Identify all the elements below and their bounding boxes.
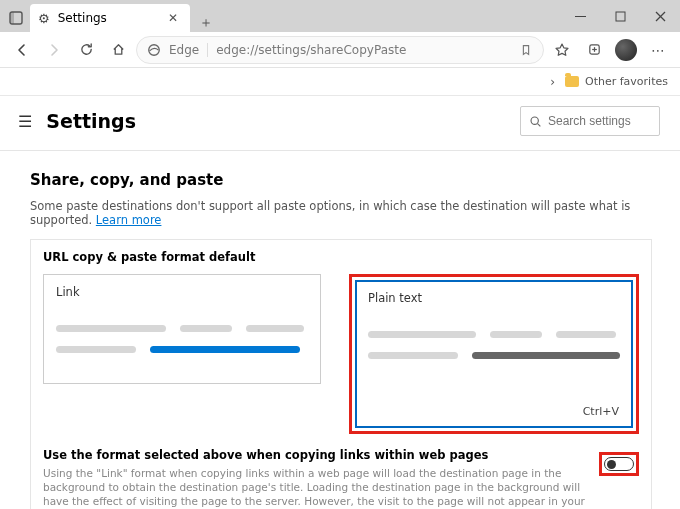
toolbar: Edge edge://settings/shareCopyPaste ⋯ xyxy=(0,32,680,68)
browser-tab[interactable]: ⚙ Settings ✕ xyxy=(30,4,190,32)
section-title: Share, copy, and paste xyxy=(30,171,652,189)
gear-icon: ⚙ xyxy=(38,11,50,26)
block-title: URL copy & paste format default xyxy=(43,250,639,264)
home-button[interactable] xyxy=(104,36,132,64)
folder-icon xyxy=(565,76,579,87)
more-button[interactable]: ⋯ xyxy=(644,36,672,64)
reading-view-icon[interactable] xyxy=(519,43,533,57)
search-settings-input[interactable] xyxy=(520,106,660,136)
setting-description: Using the "Link" format when copying lin… xyxy=(43,466,589,509)
keyboard-shortcut-label: Ctrl+V xyxy=(583,405,619,418)
toggle-switch[interactable] xyxy=(604,457,634,471)
learn-more-link[interactable]: Learn more xyxy=(96,213,162,227)
settings-content: Share, copy, and paste Some paste destin… xyxy=(0,151,680,509)
setting-title: Use the format selected above when copyi… xyxy=(43,448,589,462)
minimize-button[interactable] xyxy=(560,0,600,32)
window-controls xyxy=(560,0,680,32)
format-options: Link Plain text Ctrl+V xyxy=(43,274,639,434)
setting-row: Use the format selected above when copyi… xyxy=(43,448,639,509)
search-icon xyxy=(529,115,542,128)
section-description: Some paste destinations don't support al… xyxy=(30,199,652,227)
title-bar: ⚙ Settings ✕ ＋ xyxy=(0,0,680,32)
maximize-button[interactable] xyxy=(600,0,640,32)
collections-button[interactable] xyxy=(580,36,608,64)
settings-header: ☰ Settings xyxy=(0,96,680,136)
highlight-box-toggle xyxy=(599,452,639,476)
url-scheme-label: Edge xyxy=(169,43,208,57)
tab-strip: ⚙ Settings ✕ ＋ xyxy=(0,0,220,32)
option-link[interactable]: Link xyxy=(43,274,321,384)
page-title: Settings xyxy=(46,110,136,132)
svg-rect-3 xyxy=(616,12,625,21)
new-tab-button[interactable]: ＋ xyxy=(192,14,220,32)
chevron-right-icon[interactable]: › xyxy=(550,75,555,89)
other-favorites-label: Other favorites xyxy=(585,75,668,88)
url-copy-paste-block: URL copy & paste format default Link Pla… xyxy=(30,239,652,509)
toggle-knob xyxy=(607,460,616,469)
svg-point-10 xyxy=(531,117,538,124)
avatar-icon xyxy=(615,39,637,61)
favorites-bar: › Other favorites xyxy=(0,68,680,96)
close-window-button[interactable] xyxy=(640,0,680,32)
option-plain-text[interactable]: Plain text Ctrl+V xyxy=(355,280,633,428)
back-button[interactable] xyxy=(8,36,36,64)
tab-title: Settings xyxy=(58,11,164,25)
svg-line-11 xyxy=(538,123,541,126)
option-plain-label: Plain text xyxy=(368,291,620,305)
other-favorites-folder[interactable]: Other favorites xyxy=(565,75,668,88)
option-link-label: Link xyxy=(56,285,308,299)
favorites-button[interactable] xyxy=(548,36,576,64)
svg-rect-1 xyxy=(10,12,14,24)
profile-button[interactable] xyxy=(612,36,640,64)
hamburger-icon[interactable]: ☰ xyxy=(18,112,32,131)
tab-actions-button[interactable] xyxy=(2,4,30,32)
highlight-box-option: Plain text Ctrl+V xyxy=(349,274,639,434)
refresh-button[interactable] xyxy=(72,36,100,64)
forward-button[interactable] xyxy=(40,36,68,64)
close-icon[interactable]: ✕ xyxy=(164,11,182,25)
url-text: edge://settings/shareCopyPaste xyxy=(216,43,511,57)
address-bar[interactable]: Edge edge://settings/shareCopyPaste xyxy=(136,36,544,64)
search-field[interactable] xyxy=(548,114,680,128)
edge-logo-icon xyxy=(147,43,161,57)
